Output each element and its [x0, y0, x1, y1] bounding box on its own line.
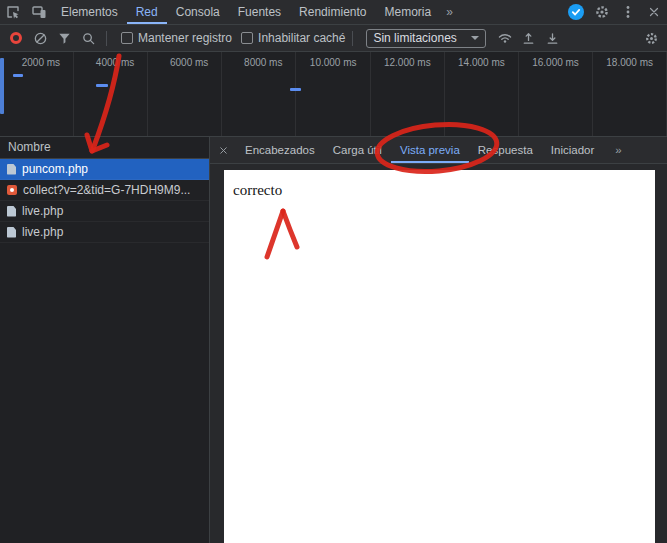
timeline-tick: 12.000 ms: [371, 52, 445, 136]
extension-icon[interactable]: [563, 0, 589, 24]
preview-response-text: correcto: [224, 170, 655, 199]
disable-cache-label: Inhabilitar caché: [258, 31, 345, 45]
document-icon: [7, 227, 16, 238]
tab-consola[interactable]: Consola: [167, 0, 229, 24]
preview-rendered-frame: correcto: [224, 170, 655, 543]
tab-respuesta[interactable]: Respuesta: [469, 137, 542, 163]
keep-log-checkbox-box[interactable]: [121, 32, 133, 44]
disable-cache-checkbox-box[interactable]: [241, 32, 253, 44]
timeline-tick: 4000 ms: [74, 52, 148, 136]
keep-log-checkbox[interactable]: Mantener registro: [114, 31, 232, 45]
tab-rendimiento[interactable]: Rendimiento: [290, 0, 375, 24]
timeline-tick: 18.000 ms: [593, 52, 667, 136]
timeline-tick: 16.000 ms: [519, 52, 593, 136]
overview-selection-handle: [0, 58, 4, 114]
more-detail-tabs-chevron-icon[interactable]: »: [607, 137, 629, 163]
timeline-tick: 14.000 ms: [445, 52, 519, 136]
tab-carga-util[interactable]: Carga útil: [324, 137, 391, 163]
request-list-header[interactable]: Nombre: [0, 137, 209, 159]
clear-network-log-icon[interactable]: [29, 28, 51, 48]
timeline-tick: 2000 ms: [0, 52, 74, 136]
document-icon: [7, 206, 16, 217]
tab-iniciador[interactable]: Iniciador: [542, 137, 603, 163]
request-row-live-2[interactable]: live.php: [0, 222, 209, 243]
request-row-live-1[interactable]: live.php: [0, 201, 209, 222]
timeline-tick: 6000 ms: [148, 52, 222, 136]
request-activity-bar: [96, 84, 108, 87]
throttling-select[interactable]: Sin limitaciones: [366, 29, 485, 48]
throttling-value: Sin limitaciones: [373, 31, 456, 45]
tab-memoria[interactable]: Memoria: [375, 0, 440, 24]
request-detail-panel: Encabezados Carga útil Vista previa Resp…: [210, 137, 667, 543]
request-name: live.php: [22, 225, 63, 239]
request-activity-bar: [290, 88, 301, 91]
preview-pane: correcto: [210, 164, 667, 543]
request-name: collect?v=2&tid=G-7HDH9M9...: [23, 183, 190, 197]
tab-encabezados[interactable]: Encabezados: [236, 137, 324, 163]
keep-log-label: Mantener registro: [138, 31, 232, 45]
request-row-puncom[interactable]: puncom.php: [0, 159, 209, 180]
document-icon: [7, 164, 16, 175]
timeline-tick: 8000 ms: [222, 52, 296, 136]
tab-elementos[interactable]: Elementos: [52, 0, 127, 24]
close-pane-icon[interactable]: [210, 137, 236, 163]
inspect-element-icon[interactable]: [0, 0, 26, 24]
export-har-icon[interactable]: [542, 28, 564, 48]
filter-icon[interactable]: [53, 28, 75, 48]
disable-cache-checkbox[interactable]: Inhabilitar caché: [234, 31, 345, 45]
devtools-panels-tabs: Elementos Red Consola Fuentes Rendimient…: [52, 0, 459, 24]
request-row-collect[interactable]: collect?v=2&tid=G-7HDH9M9...: [0, 180, 209, 201]
detail-tabs-bar: Encabezados Carga útil Vista previa Resp…: [210, 137, 667, 164]
request-name: puncom.php: [22, 162, 88, 176]
analytics-icon: [7, 185, 17, 195]
tab-vista-previa[interactable]: Vista previa: [391, 137, 469, 163]
settings-gear-icon[interactable]: [589, 0, 615, 24]
devtools-window: Elementos Red Consola Fuentes Rendimient…: [0, 0, 667, 543]
search-icon[interactable]: [77, 28, 99, 48]
more-panels-chevron-icon[interactable]: »: [440, 0, 459, 24]
network-toolbar: Mantener registro Inhabilitar caché Sin …: [0, 25, 667, 52]
request-name: live.php: [22, 204, 63, 218]
kebab-menu-icon[interactable]: [615, 0, 641, 24]
network-conditions-icon[interactable]: [494, 28, 516, 48]
toolbar-divider: [106, 31, 107, 46]
network-settings-gear-icon[interactable]: [640, 28, 662, 48]
tab-red[interactable]: Red: [127, 0, 167, 24]
network-overview-timeline[interactable]: 2000 ms 4000 ms 6000 ms 8000 ms 10.000 m…: [0, 52, 667, 137]
record-network-log-icon[interactable]: [5, 28, 27, 48]
tab-fuentes[interactable]: Fuentes: [229, 0, 290, 24]
chevron-down-icon: [471, 36, 479, 40]
close-devtools-icon[interactable]: [641, 0, 667, 24]
request-activity-bar: [13, 74, 23, 77]
import-har-icon[interactable]: [518, 28, 540, 48]
timeline-tick: 10.000 ms: [296, 52, 370, 136]
toolbar-divider: [352, 31, 353, 46]
device-toolbar-icon[interactable]: [26, 0, 52, 24]
devtools-main-toolbar: Elementos Red Consola Fuentes Rendimient…: [0, 0, 667, 25]
request-list-panel: Nombre puncom.php collect?v=2&tid=G-7HDH…: [0, 137, 210, 543]
